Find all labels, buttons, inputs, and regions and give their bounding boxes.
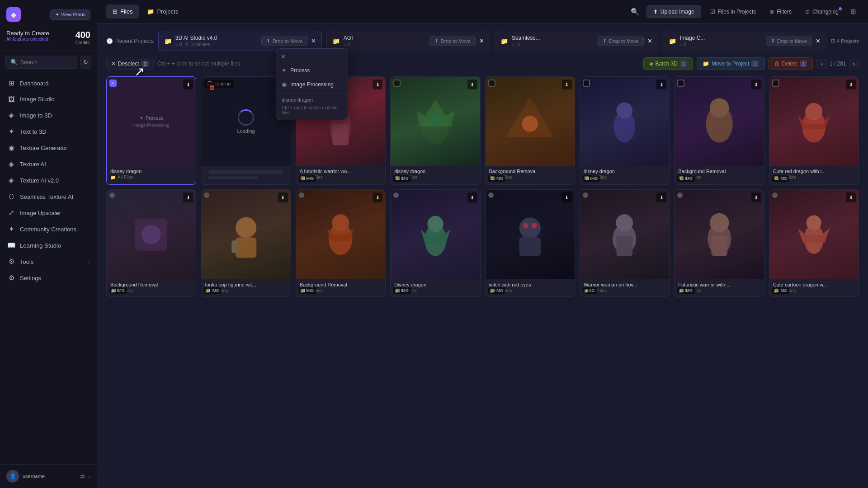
card-overlay-11: ⬇ (299, 192, 382, 202)
switch-icon[interactable]: ⇄ (80, 473, 85, 480)
sidebar-item-seamless-texture[interactable]: ⬡ Seamless Texture AI (0, 188, 97, 205)
filters-button[interactable]: ⊜ Filters (765, 6, 796, 18)
img-type-badge-8: 🖼 IMG (772, 175, 790, 182)
upload-image-button[interactable]: ⬆ Upload Image (646, 5, 701, 18)
project-info: 3D AI Studio v4.0 ○ 0 ⏱ 5 minutes (175, 35, 258, 47)
projects-tab-icon: 📁 (147, 8, 154, 15)
apps-button[interactable]: ⊞ (848, 5, 859, 19)
card-overlay-8: ⬇ (772, 80, 856, 89)
card-download-13[interactable]: ⬇ (562, 192, 572, 202)
card-download-12[interactable]: ⬇ (467, 192, 477, 202)
card-download-7[interactable]: ⬇ (751, 80, 761, 89)
delete-button[interactable]: 🗑 Delete 1 (769, 57, 813, 70)
sidebar-item-image-to-3d[interactable]: ◈ Image to 3D (0, 107, 97, 123)
image-card-8[interactable]: ⬇ 🖼 IMG Cute red dragon with l... 📁 All … (769, 76, 859, 185)
next-page-button[interactable]: › (849, 59, 859, 69)
image-card-10[interactable]: ⬇ 🖼 IMG funko pop figurine wit... 📁 All … (201, 189, 291, 296)
sidebar-item-texture-ai[interactable]: ◈ Texture AI (0, 156, 97, 172)
card-checkbox-8[interactable] (772, 80, 779, 87)
image-card-9[interactable]: ⬇ 🖼 IMG Background Removal 📁 All Files (106, 189, 196, 296)
card-checkbox-7[interactable] (677, 80, 684, 87)
card-download-16[interactable]: ⬇ (846, 192, 856, 202)
project-card-seamless[interactable]: 📁 Seamless... ○ 12 ⬆ Drop to Move ✕ (495, 31, 658, 51)
card-checkbox-5[interactable] (488, 80, 495, 87)
files-tab-label: Files (120, 8, 132, 15)
sidebar-item-dashboard[interactable]: ⊞ Dashboard (0, 75, 97, 91)
sidebar-item-texture-ai-v2[interactable]: ◈ Texture AI v2.0 (0, 172, 97, 188)
sidebar-item-image-upscaler[interactable]: ⤢ Image Upscaler (0, 205, 97, 221)
image-card-5[interactable]: ⬇ 🖼 IMG Background Removal 📁 All Files (485, 76, 575, 185)
card-download-6[interactable]: ⬇ (656, 80, 666, 89)
search-input[interactable] (20, 59, 72, 66)
view-plans-button[interactable]: ✦ View Plans (50, 9, 90, 20)
project-info: Seamless... ○ 12 (512, 35, 594, 47)
sidebar-item-image-studio[interactable]: 🖼 Image Studio (0, 91, 97, 107)
collapse-sidebar-button[interactable]: ‹ (89, 473, 90, 480)
learning-icon: 📖 (7, 241, 15, 249)
card-download-11[interactable]: ⬇ (373, 192, 382, 202)
card-download-4[interactable]: ⬇ (467, 80, 477, 89)
sidebar-item-label: Image Upscaler (20, 210, 61, 216)
batch-3d-button[interactable]: ◈ Batch 3D 1 (643, 57, 693, 70)
image-card-16[interactable]: ⬇ 🖼 IMG Cute cartoon dragon w... 📁 All F… (769, 189, 859, 296)
image-card-13[interactable]: ⬇ 🖼 IMG witch with red eyes 📁 All Files (485, 189, 575, 296)
sidebar-item-community[interactable]: ✦ Community Creations (0, 221, 97, 237)
image-card-4[interactable]: ⬇ 🖼 IMG disney dragon 📁 All Files (390, 76, 480, 185)
image-card-12[interactable]: ⬇ 🖼 IMG Disney dragon 📁 All Files (390, 189, 480, 296)
card-download-10[interactable]: ⬇ (278, 192, 288, 202)
changelog-button[interactable]: ⊙ Changelog (801, 6, 843, 18)
projects-tab-label: Projects (157, 8, 178, 15)
card-download-1[interactable]: ⬇ (183, 80, 193, 89)
project-close-icon[interactable]: ✕ (647, 38, 652, 44)
files-tab-icon: ⊟ (113, 8, 118, 15)
card-checkbox-6[interactable] (583, 80, 590, 87)
project-close-icon[interactable]: ✕ (311, 38, 316, 44)
image-card-7[interactable]: ⬇ 🖼 IMG Background Removal 📁 All Files (674, 76, 764, 185)
search-box[interactable]: 🔍 (5, 56, 77, 69)
main-content: ⊟ Files 📁 Projects 🔍 ⬆ Upload Image ☑ Fi… (97, 0, 868, 488)
card-download-14[interactable]: ⬇ (656, 192, 666, 202)
image-card-6[interactable]: ⬇ 🖼 IMG disney dragon 📁 All Files (580, 76, 670, 185)
text-to-3d-icon: ✦ (7, 127, 15, 136)
refresh-button[interactable]: ↻ (80, 56, 91, 69)
popup-close-icon[interactable]: ✕ (281, 53, 286, 60)
project-count-label: 4 Projects (837, 38, 859, 44)
project-info: AGI ○ 0 (344, 35, 426, 47)
project-close-icon[interactable]: ✕ (479, 38, 484, 44)
files-in-projects-button[interactable]: ☑ Files in Projects (706, 6, 761, 18)
sidebar-item-text-to-3d[interactable]: ✦ Text to 3D (0, 123, 97, 140)
image-card-1[interactable]: ✦ Process Image Processing ✓ ⬇ disney dr… (106, 76, 196, 185)
card-download-8[interactable]: ⬇ (846, 80, 856, 89)
sidebar-item-tools[interactable]: ⚙ Tools › (0, 253, 97, 270)
popup-image-processing-item[interactable]: ◉ Image Processing (276, 77, 348, 91)
notification-dot (839, 7, 842, 10)
image-card-15[interactable]: ⬇ 🖼 IMG Futuristic warrior with ... 📁 Al… (674, 189, 764, 296)
project-card-image-c[interactable]: 📁 Image C... ○ 5 ⬆ Drop to Move ✕ (663, 31, 826, 51)
card-download-15[interactable]: ⬇ (751, 192, 761, 202)
image-card-14[interactable]: ⬇ ◈ 3D Warrior woman on hov... 📁 All Fil… (580, 189, 670, 296)
search-button[interactable]: 🔍 (628, 5, 642, 19)
move-to-project-button[interactable]: 📁 Move to Project 1 (697, 57, 765, 70)
sidebar-item-learning[interactable]: 📖 Learning Studio (0, 237, 97, 253)
card-download-9[interactable]: ⬇ (183, 192, 193, 202)
sidebar-item-texture-generator[interactable]: ◉ Texture Generator (0, 140, 97, 156)
card-download-5[interactable]: ⬇ (562, 80, 572, 89)
project-close-icon[interactable]: ✕ (816, 38, 821, 44)
card-checkbox-1[interactable]: ✓ (109, 80, 117, 87)
card-download-3[interactable]: ⬇ (373, 80, 382, 89)
card-overlay-5: ⬇ (488, 80, 572, 89)
prev-page-button[interactable]: ‹ (816, 59, 826, 69)
tab-projects[interactable]: 📁 Projects (141, 5, 184, 19)
card-checkbox-4[interactable] (393, 80, 401, 87)
deselect-button[interactable]: ✕ Deselect 1 (106, 58, 154, 70)
img-type-badge-3: 🖼 IMG (299, 175, 316, 182)
card-overlay-16: ⬇ (772, 192, 856, 202)
recent-projects-bar: 🕐 Recent Projects 📁 3D AI Studio v4.0 ○ … (106, 31, 859, 51)
card-delete-2[interactable]: 🗑 (207, 82, 217, 92)
card-title-8: Cute red dragon with l... (773, 169, 855, 174)
project-card-agi[interactable]: 📁 AGI ○ 0 ⬆ Drop to Move ✕ (326, 31, 490, 51)
popup-process-item[interactable]: ✦ Process (276, 63, 348, 77)
sidebar-item-settings[interactable]: ⚙ Settings (0, 270, 97, 286)
image-card-11[interactable]: ⬇ 🖼 IMG Background Removal 📁 All Files (296, 189, 386, 296)
tab-files[interactable]: ⊟ Files (106, 5, 139, 19)
